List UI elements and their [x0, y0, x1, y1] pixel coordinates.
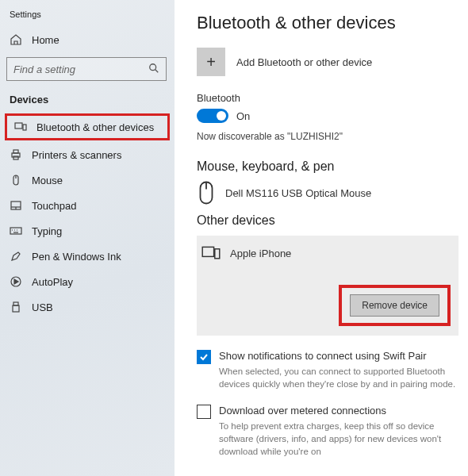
printer-icon	[10, 148, 22, 161]
sidebar-item-label: Mouse	[32, 175, 63, 186]
add-device-label: Add Bluetooth or other device	[236, 56, 372, 68]
metered-label: Download over metered connections	[219, 405, 458, 416]
sidebar-item-label: Typing	[32, 225, 62, 237]
sidebar-item-bluetooth[interactable]: Bluetooth & other devices	[5, 113, 170, 140]
sidebar-item-label: AutoPlay	[32, 276, 73, 288]
sidebar-item-label: Printers & scanners	[32, 149, 121, 161]
device-iphone[interactable]: Apple iPhone	[201, 242, 451, 285]
metered-row[interactable]: Download over metered connections To hel…	[197, 405, 458, 458]
usb-icon	[10, 301, 22, 313]
metered-help: To help prevent extra charges, keep this…	[219, 420, 458, 458]
swift-pair-help: When selected, you can connect to suppor…	[219, 365, 458, 390]
svg-rect-2	[15, 123, 22, 129]
other-section-header: Other devices	[197, 213, 458, 228]
checkbox-unchecked-icon[interactable]	[197, 405, 211, 419]
search-input[interactable]	[13, 63, 148, 75]
sidebar-item-usb[interactable]: USB	[0, 294, 175, 320]
svg-rect-12	[10, 228, 21, 234]
search-box[interactable]	[6, 57, 167, 81]
sidebar: Settings Home Devices Bluetooth & other …	[0, 0, 175, 476]
sidebar-item-typing[interactable]: Typing	[0, 218, 175, 244]
sidebar-item-printers[interactable]: Printers & scanners	[0, 142, 175, 167]
sidebar-item-label: USB	[32, 301, 53, 313]
sidebar-item-label: Touchpad	[32, 200, 76, 212]
other-device-panel: Apple iPhone Remove device	[197, 236, 458, 336]
sidebar-item-autoplay[interactable]: AutoPlay	[0, 269, 175, 294]
page-title: Bluetooth & other devices	[197, 13, 458, 33]
toggle-state: On	[236, 110, 250, 122]
svg-rect-3	[23, 125, 26, 130]
svg-rect-5	[13, 150, 18, 153]
svg-rect-19	[13, 305, 19, 312]
sidebar-item-label: Bluetooth & other devices	[36, 121, 154, 133]
device-name: Dell MS116 USB Optical Mouse	[225, 187, 371, 199]
swift-pair-label: Show notifications to connect using Swif…	[219, 350, 458, 362]
pen-icon	[10, 250, 22, 263]
device-mouse[interactable]: Dell MS116 USB Optical Mouse	[197, 182, 458, 213]
main-content: Bluetooth & other devices + Add Bluetoot…	[175, 0, 468, 476]
sidebar-item-mouse[interactable]: Mouse	[0, 167, 175, 193]
remove-device-button[interactable]: Remove device	[350, 294, 439, 317]
devices-icon	[14, 121, 27, 133]
sidebar-item-pen[interactable]: Pen & Windows Ink	[0, 244, 175, 269]
device-name: Apple iPhone	[230, 248, 291, 259]
svg-point-0	[150, 63, 156, 70]
keyboard-icon	[10, 225, 22, 237]
nav-home-label: Home	[32, 34, 59, 46]
remove-highlight: Remove device	[339, 285, 451, 326]
discoverable-text: Now discoverable as "LUZHISHI2"	[197, 131, 458, 142]
autoplay-icon	[10, 275, 22, 288]
sidebar-section-title: Devices	[0, 89, 175, 112]
phone-icon	[201, 244, 221, 263]
search-icon	[148, 63, 159, 76]
window-title: Settings	[0, 6, 175, 27]
home-icon	[10, 33, 22, 46]
plus-icon: +	[197, 48, 225, 76]
svg-line-1	[155, 69, 159, 72]
sidebar-item-label: Pen & Windows Ink	[32, 251, 121, 263]
nav-home[interactable]: Home	[0, 27, 175, 52]
add-device-row[interactable]: + Add Bluetooth or other device	[197, 48, 458, 76]
sidebar-item-touchpad[interactable]: Touchpad	[0, 193, 175, 218]
touchpad-icon	[10, 199, 22, 212]
mouse-icon	[10, 174, 22, 186]
svg-rect-18	[13, 302, 18, 305]
bluetooth-toggle[interactable]	[197, 109, 228, 123]
checkbox-checked-icon[interactable]	[197, 350, 211, 364]
svg-rect-22	[202, 248, 213, 257]
mouse-icon	[197, 183, 216, 202]
mouse-section-header: Mouse, keyboard, & pen	[197, 159, 458, 174]
svg-rect-23	[215, 249, 220, 259]
swift-pair-row[interactable]: Show notifications to connect using Swif…	[197, 350, 458, 390]
bluetooth-label: Bluetooth	[197, 92, 458, 104]
